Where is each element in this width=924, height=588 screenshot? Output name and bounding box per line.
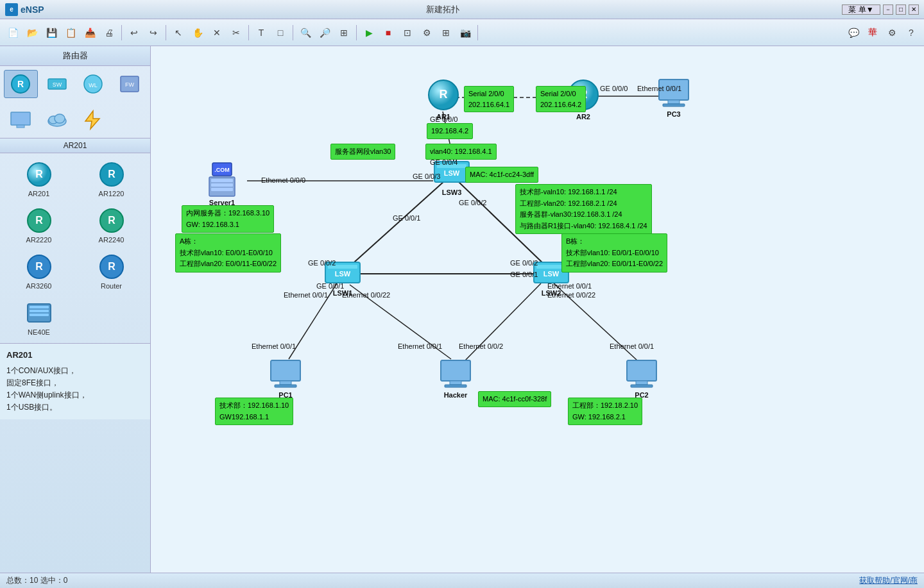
device-ar2220[interactable]: R AR2220	[4, 203, 74, 247]
fit-button[interactable]: ⊞	[335, 24, 353, 42]
svg-rect-71	[631, 385, 653, 387]
device-ar2240[interactable]: R AR2240	[76, 203, 146, 247]
device-ar3260[interactable]: R AR3260	[4, 249, 74, 293]
info-a-dong: A栋：技术部vlan10: E0/0/1-E0/0/10工程部vlan20: E…	[175, 233, 281, 273]
titlebar: e eNSP 新建拓扑 菜 单▼ － □ ✕	[0, 0, 924, 19]
device-type-router[interactable]: R	[4, 70, 38, 98]
device-type-wireless[interactable]: WL	[76, 70, 110, 98]
label-lsw2-eth001: Ethernet 0/0/1	[547, 282, 592, 290]
huawei-button[interactable]: 華	[864, 24, 882, 42]
ar2220-icon: R	[25, 206, 53, 235]
device-list: R AR201 R AR1220 R AR2220	[0, 153, 150, 343]
label-lsw3-ge003: GE 0/0/3	[413, 172, 440, 180]
zoom-in-button[interactable]: 🔍	[296, 24, 314, 42]
help-button[interactable]: ?	[902, 24, 920, 42]
close-button[interactable]: ✕	[909, 4, 919, 15]
cloud-type-icon	[46, 108, 69, 131]
ar3260-icon: R	[25, 253, 53, 281]
info-serial-ar1: Serial 2/0/0202.116.64.1	[464, 86, 514, 112]
stop-button[interactable]: ■	[379, 24, 397, 42]
label-lsw2-ge001: GE 0/0/1	[510, 271, 538, 278]
device-type-fw[interactable]: FW	[113, 70, 147, 98]
rect-button[interactable]: □	[271, 24, 289, 42]
canvas-scroll[interactable]: R AR1 R AR2	[151, 46, 924, 573]
ar3260-label: AR3260	[26, 282, 52, 290]
device-ar1220[interactable]: R AR1220	[76, 157, 146, 201]
info-serial-ar2: Serial 2/0/0202.116.64.2	[536, 86, 586, 112]
label-server-eth: Ethernet 0/0/0	[261, 176, 305, 184]
device-type-power[interactable]	[76, 106, 110, 134]
device-type-grid: R SW WL FW	[0, 66, 150, 102]
device-ne40e[interactable]: NE40E	[4, 296, 74, 339]
node-pc1[interactable]: PC1	[270, 359, 302, 399]
svg-text:LSW: LSW	[444, 169, 460, 177]
logo-icon: e	[5, 3, 18, 16]
saveas-button[interactable]: 📋	[62, 24, 80, 42]
restore-button[interactable]: □	[896, 4, 906, 15]
undo-button[interactable]: ↩	[125, 24, 143, 42]
device-ar201[interactable]: R AR201	[4, 157, 74, 201]
svg-rect-64	[280, 381, 291, 385]
device-type-cloud[interactable]	[40, 106, 74, 134]
pc2-icon	[626, 359, 658, 390]
hacker-icon	[440, 359, 472, 390]
svg-text:LSW: LSW	[335, 270, 351, 278]
save-button[interactable]: 💾	[42, 24, 60, 42]
svg-text:R: R	[17, 79, 24, 89]
node-pc2[interactable]: PC2	[626, 359, 658, 399]
toolbar-sep6	[477, 25, 478, 40]
sidebar-section-routers: 路由器	[0, 46, 150, 66]
hand-button[interactable]: ✋	[189, 24, 207, 42]
status-right[interactable]: 获取帮助/官网/商	[859, 575, 918, 586]
label-pc2-eth: Ethernet 0/0/1	[610, 342, 654, 350]
capture-button[interactable]: 📷	[456, 24, 474, 42]
ar201-icon: R	[25, 160, 53, 189]
toolbar-sep2	[166, 25, 166, 40]
node-hacker[interactable]: Hacker	[440, 359, 472, 399]
zoom-out-button[interactable]: 🔎	[316, 24, 334, 42]
device-type-pc[interactable]	[4, 106, 38, 134]
statusbar: 总数：10 选中：0 获取帮助/官网/商	[0, 573, 924, 588]
device-type-switch[interactable]: SW	[40, 70, 74, 98]
redo-button[interactable]: ↪	[144, 24, 162, 42]
sidebar: 路由器 R SW WL	[0, 46, 151, 573]
label-lsw1-ge001: GE 0/0/1	[316, 282, 344, 290]
new-button[interactable]: 📄	[4, 24, 22, 42]
desc-title: AR201	[6, 349, 144, 362]
pause-button[interactable]: ⊡	[398, 24, 416, 42]
svg-rect-9	[17, 125, 24, 128]
device-router[interactable]: R Router	[76, 249, 146, 293]
grid-button[interactable]: ⊞	[437, 24, 455, 42]
label-ar1-ge000: GE 0/0/0	[430, 115, 458, 123]
text-button[interactable]: T	[252, 24, 270, 42]
svg-text:R: R	[108, 261, 116, 272]
config-button[interactable]: ⚙	[418, 24, 436, 42]
label-eth-pc3: Ethernet 0/0/1	[637, 85, 681, 92]
svg-rect-8	[11, 112, 30, 125]
wireless-type-icon: WL	[81, 72, 105, 96]
node-server1[interactable]: .COM Server1	[207, 162, 237, 206]
topology-canvas: R AR1 R AR2	[151, 46, 767, 514]
ne40e-icon	[25, 299, 53, 327]
node-ar1[interactable]: R AR1	[427, 78, 460, 121]
svg-rect-29	[30, 314, 49, 316]
svg-text:R: R	[35, 169, 43, 180]
app-name: eNSP	[21, 4, 44, 15]
play-button[interactable]: ▶	[360, 24, 378, 42]
pc-type-icon	[9, 108, 32, 131]
import-button[interactable]: 📥	[81, 24, 99, 42]
menu-button[interactable]: 菜 单▼	[842, 4, 880, 15]
select-button[interactable]: ↖	[169, 24, 187, 42]
print-button[interactable]: 🖨	[100, 24, 118, 42]
open-button[interactable]: 📂	[23, 24, 41, 42]
chat-button[interactable]: 💬	[844, 24, 862, 42]
sidebar-description: AR201 1个CON/AUX接口， 固定8FE接口， 1个WAN侧uplink…	[0, 343, 150, 419]
minimize-button[interactable]: －	[883, 4, 893, 15]
delete-button[interactable]: ✕	[208, 24, 226, 42]
window-title: 新建拓扑	[426, 4, 459, 15]
pc3-icon	[658, 78, 690, 109]
desc-text: 1个CON/AUX接口， 固定8FE接口， 1个WAN侧uplink接口， 1个…	[6, 365, 144, 414]
settings-button[interactable]: ⚙	[883, 24, 901, 42]
cut-button[interactable]: ✂	[227, 24, 245, 42]
canvas-area[interactable]: R AR1 R AR2	[151, 46, 924, 573]
